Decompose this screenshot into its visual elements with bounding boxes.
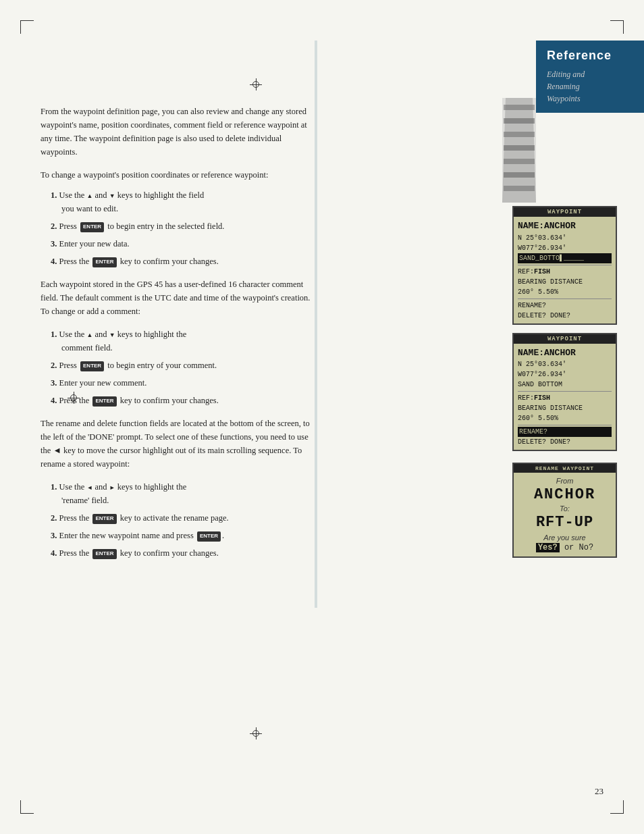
gps-screen-2: WAYPOINT NAME:ANCHOR N 25°03.634' W077°2… <box>512 333 617 452</box>
svg-rect-6 <box>504 172 535 178</box>
screen2-lat: N 25°03.634' <box>518 359 612 369</box>
reference-tab-subtitle: Editing and Renaming Waypoints <box>547 68 633 105</box>
screen3-from-label: From <box>519 477 610 485</box>
screen3-yes-no: Yes? or No? <box>519 543 610 552</box>
screen3-body: From ANCHOR To: RFT-UP Are you sure Yes?… <box>514 473 616 556</box>
screen1-sep <box>518 265 612 265</box>
arrow-down-icon: ▼ <box>109 192 115 199</box>
step-rename-3: 3. Enter the new waypoint name and press… <box>51 529 311 542</box>
screen1-sep2 <box>518 298 612 299</box>
enter-key-icon-3: ENTER <box>80 361 104 371</box>
corner-mark-tr <box>610 20 624 34</box>
screen2-ref: REF:FISH <box>518 393 612 403</box>
position-heading: To change a waypoint's position coordina… <box>41 168 311 182</box>
gps-screen-3: RENAME WAYPOINT From ANCHOR To: RFT-UP A… <box>512 463 617 558</box>
enter-key-icon-4: ENTER <box>92 396 116 407</box>
screen2-name: NAME:ANCHOR <box>518 346 612 360</box>
screen1-lat: N 25°03.634' <box>518 233 612 243</box>
page-number: 23 <box>595 786 603 797</box>
screen2-header: WAYPOINT <box>514 334 616 344</box>
screen2-body: NAME:ANCHOR N 25°03.634' W077°26.934' SA… <box>514 344 616 450</box>
comment-paragraph: Each waypoint stored in the GPS 45 has a… <box>41 278 311 318</box>
screen3-confirm: Are you sure <box>519 533 610 542</box>
step-comment-1: 1. Use the ▲ and ▼ keys to highlight the… <box>51 328 311 355</box>
divider-line <box>315 41 317 608</box>
screens-column: WAYPOINT NAME:ANCHOR N 25°03.634' W077°2… <box>512 206 624 558</box>
crosshair-top <box>250 78 262 90</box>
svg-rect-1 <box>504 105 535 110</box>
screen3-yes: Yes? <box>536 543 560 552</box>
enter-key-icon-7: ENTER <box>92 549 116 559</box>
reference-tab-title: Reference <box>547 49 633 63</box>
svg-rect-5 <box>504 159 535 164</box>
reference-tab: Reference Editing and Renaming Waypoints <box>536 41 644 113</box>
step-comment-2: 2. Press ENTER to begin entry of your co… <box>51 359 311 372</box>
corner-mark-bl <box>20 800 34 814</box>
screen3-to-name: RFT-UP <box>519 514 610 531</box>
step-rename-2: 2. Press the ENTER key to activate the r… <box>51 511 311 525</box>
screen1-body: NAME:ANCHOR N 25°03.634' W077°26.934' SA… <box>514 217 616 323</box>
crosshair-bottom <box>250 727 262 739</box>
intro-paragraph-1: From the waypoint definition page, you c… <box>41 105 311 159</box>
corner-mark-br <box>610 800 624 814</box>
step-position-4: 4. Press the ENTER key to confirm your c… <box>51 255 311 268</box>
svg-rect-4 <box>504 145 535 151</box>
svg-rect-3 <box>504 132 535 137</box>
screen3-or-no: or No? <box>564 543 593 552</box>
screen2-delete: DELETE? DONE? <box>518 437 612 447</box>
decorative-graphic <box>502 98 536 203</box>
gps-screen-1: WAYPOINT NAME:ANCHOR N 25°03.634' W077°2… <box>512 206 617 325</box>
steps-rename-list: 1. Use the ◄ and ► keys to highlight the… <box>51 480 311 560</box>
step-position-1: 1. Use the ▲ and ▼ keys to highlight the… <box>51 188 311 215</box>
screen1-ref: REF:FISH <box>518 267 612 277</box>
screen2-lon: W077°26.934' <box>518 369 612 380</box>
screen3-to-label: To: <box>519 504 610 513</box>
step-rename-4: 4. Press the ENTER key to confirm your c… <box>51 546 311 560</box>
screen1-rename: RENAME? <box>518 301 612 311</box>
arrow-up-icon: ▲ <box>86 192 92 199</box>
rename-paragraph: The rename and delete function fields ar… <box>41 417 311 471</box>
screen1-comment: SAND_BOTTO▌_____ <box>518 253 612 263</box>
screen1-delete: DELETE? DONE? <box>518 311 612 321</box>
screen1-lon: W077°26.934' <box>518 243 612 253</box>
steps-position-list: 1. Use the ▲ and ▼ keys to highlight the… <box>51 188 311 268</box>
screen2-bearing-label: BEARING DISTANCE <box>518 403 612 413</box>
step-comment-3: 3. Enter your new comment. <box>51 376 311 390</box>
screen3-from-name: ANCHOR <box>519 486 610 503</box>
screen2-comment: SAND BOTTOM <box>518 380 612 390</box>
screen2-bearing-val: 260° 5.50% <box>518 413 612 423</box>
svg-rect-2 <box>504 118 535 124</box>
arrow-left-icon: ◄ <box>86 484 92 491</box>
screen2-rename-highlight: RENAME? <box>518 427 612 437</box>
screen1-bearing-label: BEARING DISTANCE <box>518 277 612 287</box>
arrow-right-icon: ► <box>109 484 115 491</box>
enter-key-icon-5: ENTER <box>92 514 116 524</box>
main-content: From the waypoint definition page, you c… <box>41 105 311 569</box>
enter-key-icon-6: ENTER <box>197 531 221 542</box>
step-position-2: 2. Press ENTER to begin entry in the sel… <box>51 219 311 233</box>
svg-rect-7 <box>504 186 535 191</box>
step-comment-4: 4. Press the ENTER key to confirm your c… <box>51 394 311 407</box>
screen1-bearing-val: 260° 5.50% <box>518 287 612 297</box>
screen1-name: NAME:ANCHOR <box>518 219 612 233</box>
step-position-3: 3. Enter your new data. <box>51 237 311 251</box>
arrow-up-icon-2: ▲ <box>86 332 92 338</box>
enter-key-icon-2: ENTER <box>92 257 116 267</box>
arrow-down-icon-2: ▼ <box>109 332 115 338</box>
screen2-sep2 <box>518 425 612 425</box>
screen2-sep <box>518 391 612 392</box>
corner-mark-tl <box>20 20 34 34</box>
step-rename-1: 1. Use the ◄ and ► keys to highlight the… <box>51 480 311 507</box>
screen3-header: RENAME WAYPOINT <box>514 464 616 473</box>
enter-key-icon: ENTER <box>80 222 104 232</box>
screen1-header: WAYPOINT <box>514 207 616 217</box>
steps-comment-list: 1. Use the ▲ and ▼ keys to highlight the… <box>51 328 311 407</box>
